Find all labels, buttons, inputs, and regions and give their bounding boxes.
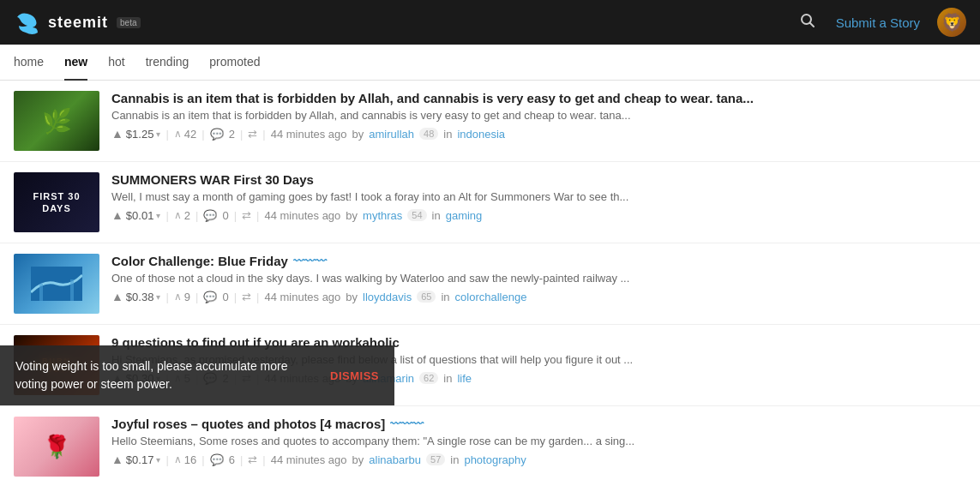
- header: steemit beta Submit a Story 🦁: [0, 0, 980, 45]
- post-title: Cannabis is an item that is forbidden by…: [111, 91, 966, 105]
- price: $0.38: [126, 291, 154, 303]
- price: $0.17: [126, 453, 154, 466]
- dismiss-button[interactable]: DISMISS: [330, 369, 379, 382]
- dropdown-arrow-icon: ▾: [156, 211, 160, 220]
- trending-icon: 〰〰〰: [390, 417, 424, 430]
- toast-message: Voting weight is too small, please accum…: [15, 357, 320, 393]
- thumb-emoji: 🌿: [42, 107, 72, 135]
- post-item: 🌿 Cannabis is an item that is forbidden …: [0, 81, 980, 162]
- dropdown-arrow-icon: ▾: [156, 292, 160, 302]
- header-right: Submit a Story 🦁: [797, 8, 966, 37]
- author-link[interactable]: alinabarbu: [369, 453, 421, 466]
- svg-line-1: [809, 22, 814, 27]
- price: $0.01: [126, 209, 154, 222]
- upvote-count: ∧ 9: [174, 291, 190, 303]
- post-title: Joyful roses – quotes and photos [4 macr…: [111, 417, 966, 431]
- upvote-count: ∧ 16: [174, 453, 196, 466]
- post-item: 🌹 Joyful roses – quotes and photos [4 ma…: [0, 406, 980, 486]
- avatar-image: 🦁: [937, 8, 966, 37]
- category-link[interactable]: colorchallenge: [455, 291, 527, 303]
- author-rep: 62: [419, 372, 438, 384]
- vote-button[interactable]: ▲ $1.25 ▾: [111, 127, 160, 141]
- post-item: Color Challenge: Blue Friday 〰〰〰 One of …: [0, 243, 980, 325]
- comment-icon: 💬: [203, 291, 217, 303]
- upvote-count-icon: ∧: [174, 453, 182, 465]
- post-excerpt: Hello Steemians, Some roses and quotes t…: [111, 435, 966, 447]
- search-icon: [800, 13, 815, 28]
- author-rep: 54: [407, 209, 426, 221]
- upvote-icon: ▲: [111, 208, 123, 222]
- author-link[interactable]: mythras: [363, 209, 402, 222]
- svg-rect-3: [39, 284, 43, 301]
- post-thumbnail: 🌿: [14, 91, 99, 151]
- nav-item-home[interactable]: home: [14, 45, 44, 81]
- reshare-icon[interactable]: ⇄: [242, 209, 251, 222]
- dropdown-arrow-icon: ▾: [156, 129, 160, 139]
- upvote-icon: ▲: [111, 453, 123, 466]
- avatar[interactable]: 🦁: [937, 8, 966, 37]
- vote-button[interactable]: ▲ $0.38 ▾: [111, 290, 160, 303]
- nav-item-hot[interactable]: hot: [108, 45, 124, 81]
- post-time: 44 minutes ago: [271, 453, 347, 466]
- thumb-text: FIRST 30 DAYS: [17, 190, 96, 215]
- upvote-icon: ▲: [111, 127, 123, 141]
- post-content: Joyful roses – quotes and photos [4 macr…: [111, 417, 966, 466]
- post-meta: ▲ $1.25 ▾ | ∧ 42 | 💬 2 | ⇄ | 44 minutes …: [111, 127, 966, 141]
- comment-count: 0: [222, 291, 228, 303]
- category-link[interactable]: photography: [464, 453, 526, 466]
- post-meta: ▲ $0.38 ▾ | ∧ 9 | 💬 0 | ⇄ | 44 minutes a…: [111, 290, 966, 303]
- upvote-count-icon: ∧: [174, 291, 182, 303]
- category-link[interactable]: gaming: [446, 209, 483, 222]
- post-content: SUMMONERS WAR First 30 Days Well, I must…: [111, 172, 966, 222]
- header-left: steemit beta: [14, 9, 141, 36]
- post-item: FIRST 30 DAYS SUMMONERS WAR First 30 Day…: [0, 162, 980, 243]
- post-time: 44 minutes ago: [264, 209, 340, 222]
- nav-item-trending[interactable]: trending: [146, 45, 189, 81]
- main-nav: home new hot trending promoted: [0, 45, 980, 81]
- post-content: Cannabis is an item that is forbidden by…: [111, 91, 966, 141]
- post-time: 44 minutes ago: [271, 128, 347, 141]
- toast-notification: Voting weight is too small, please accum…: [0, 345, 394, 405]
- price: $1.25: [126, 128, 154, 141]
- post-excerpt: Cannabis is an item that is forbidden by…: [111, 109, 966, 122]
- dropdown-arrow-icon: ▾: [156, 455, 160, 465]
- beta-badge: beta: [117, 17, 140, 28]
- author-link[interactable]: amirullah: [369, 128, 414, 141]
- post-thumbnail: FIRST 30 DAYS: [14, 172, 99, 232]
- comment-count: 0: [222, 209, 228, 222]
- thumb-emoji: 🌹: [43, 434, 70, 460]
- upvote-count: ∧ 42: [174, 128, 196, 141]
- post-thumbnail: 🌹: [14, 417, 99, 477]
- author-link[interactable]: lloyddavis: [363, 291, 412, 303]
- category-link[interactable]: indonesia: [457, 128, 505, 141]
- comment-icon: 💬: [210, 128, 224, 141]
- author-rep: 57: [426, 453, 445, 465]
- comment-count: 6: [229, 453, 235, 466]
- vote-button[interactable]: ▲ $0.17 ▾: [111, 453, 160, 466]
- comment-icon: 💬: [203, 209, 217, 222]
- post-content: Color Challenge: Blue Friday 〰〰〰 One of …: [111, 254, 966, 303]
- reshare-icon[interactable]: ⇄: [242, 291, 251, 303]
- submit-story-button[interactable]: Submit a Story: [836, 15, 920, 30]
- blue-bridge-icon: [31, 267, 82, 301]
- comment-icon: 💬: [210, 453, 224, 466]
- nav-item-promoted[interactable]: promoted: [209, 45, 260, 81]
- post-title: SUMMONERS WAR First 30 Days: [111, 172, 966, 187]
- trending-icon: 〰〰〰: [293, 255, 327, 267]
- reshare-icon[interactable]: ⇄: [248, 128, 257, 141]
- upvote-icon: ▲: [111, 290, 123, 303]
- post-excerpt: One of those not a cloud in the sky days…: [111, 272, 966, 285]
- vote-button[interactable]: ▲ $0.01 ▾: [111, 208, 160, 222]
- nav-item-new[interactable]: new: [64, 45, 87, 81]
- search-button[interactable]: [797, 9, 819, 36]
- svg-rect-4: [70, 279, 74, 301]
- author-rep: 65: [417, 291, 436, 303]
- category-link[interactable]: life: [457, 372, 472, 385]
- reshare-icon[interactable]: ⇄: [248, 453, 257, 466]
- logo-text: steemit: [48, 14, 108, 32]
- author-rep: 48: [419, 128, 438, 140]
- post-time: 44 minutes ago: [264, 291, 340, 303]
- post-item: BURN OUT BURNOUT 9 questions to find out…: [0, 325, 980, 406]
- upvote-count-icon: ∧: [174, 209, 182, 221]
- upvote-count-icon: ∧: [174, 128, 182, 140]
